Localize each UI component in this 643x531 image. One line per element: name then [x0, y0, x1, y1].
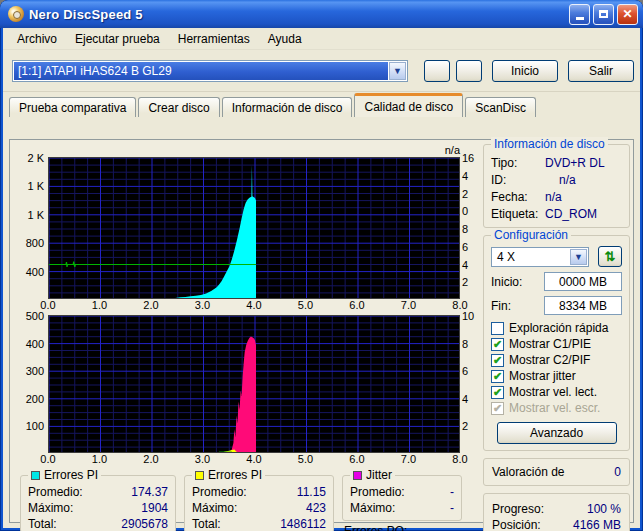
- rating-label: Valoración de: [492, 465, 565, 479]
- checkbox-checked-icon: ✔: [491, 338, 504, 351]
- position-label: Posición:: [492, 517, 541, 531]
- tab-scandisc[interactable]: ScanDisc: [465, 97, 536, 117]
- start-button[interactable]: Inicio: [492, 60, 558, 82]
- checkbox-show-read-speed[interactable]: ✔Mostrar vel. lect.: [491, 384, 622, 400]
- y-tick-label: 8: [462, 338, 468, 350]
- pi-errors-box-2: Errores PI Promedio:11.15 Máximo:423 Tot…: [184, 475, 334, 531]
- y-tick-label: 2 K: [27, 152, 44, 164]
- chevron-down-icon[interactable]: ▼: [570, 249, 587, 265]
- tab-calidad-de-disco[interactable]: Calidad de disco: [354, 93, 463, 117]
- y-tick-label: 8: [462, 223, 468, 235]
- y-tick-label: 16: [462, 152, 474, 164]
- po-errors-row: Errores PO: -: [342, 524, 462, 531]
- x-tick-label: 0.0: [40, 453, 55, 465]
- disc-info-box: Información de disco Tipo:DVD+R DL ID:n/…: [483, 144, 630, 228]
- menu-archivo[interactable]: Archivo: [9, 30, 65, 48]
- x-tick-label: 6.0: [349, 299, 364, 311]
- start-mb-field[interactable]: 0000 MB: [544, 272, 622, 291]
- stat-value: 2905678: [121, 516, 168, 531]
- checkbox-checked-icon: ✔: [491, 370, 504, 383]
- checkbox-show-c1-pie[interactable]: ✔Mostrar C1/PIE: [491, 336, 622, 352]
- stat-value: -: [450, 500, 454, 516]
- close-button[interactable]: ✕: [617, 4, 638, 25]
- stat-label: Total:: [28, 516, 57, 531]
- stat-value: 174.37: [131, 484, 168, 500]
- configuration-title: Configuración: [491, 228, 571, 242]
- info-label: Tipo:: [491, 155, 545, 172]
- progress-box: Progreso:100 % Posición:4166 MB Velocida…: [483, 493, 630, 531]
- y-tick-label: 200: [26, 393, 44, 405]
- checkbox-show-c2-pif[interactable]: ✔Mostrar C2/PIF: [491, 352, 622, 368]
- x-tick-label: 6.0: [349, 453, 364, 465]
- checkbox-checked-icon: ✔: [491, 354, 504, 367]
- x-axis-bottom-chart: 0.01.02.03.04.05.06.07.08.0: [14, 453, 478, 467]
- sidebar: Información de disco Tipo:DVD+R DL ID:n/…: [483, 144, 630, 522]
- drive-selector[interactable]: [1:1] ATAPI iHAS624 B GL29 ▼: [12, 60, 408, 82]
- refresh-button[interactable]: ⇅: [598, 246, 622, 267]
- minimize-icon: [576, 17, 584, 20]
- menu-bar: Archivo Ejecutar prueba Herramientas Ayu…: [3, 28, 640, 50]
- info-label: Fecha:: [491, 189, 545, 206]
- stat-label: Total:: [192, 516, 221, 531]
- toolbar-button-2[interactable]: [456, 60, 482, 82]
- close-icon: ✕: [622, 8, 632, 20]
- stat-label: Máximo:: [192, 500, 237, 516]
- stat-value: -: [450, 484, 454, 500]
- end-mb-field[interactable]: 8334 MB: [544, 296, 622, 315]
- x-tick-label: 4.0: [246, 299, 261, 311]
- y-axis-right-top-chart: 164208642: [460, 157, 478, 299]
- app-window: Nero DiscSpeed 5 ✕ Archivo Ejecutar prue…: [0, 0, 643, 531]
- info-label: Etiqueta:: [491, 206, 545, 223]
- stat-value: 1486112: [280, 516, 326, 531]
- disc-date-value: n/a: [545, 189, 562, 206]
- x-tick-label: 5.0: [298, 299, 313, 311]
- checkbox-checked-icon: ✔: [491, 402, 504, 415]
- window-title: Nero DiscSpeed 5: [29, 7, 566, 22]
- stat-value: 423: [306, 500, 326, 516]
- minimize-button[interactable]: [569, 4, 590, 25]
- title-bar: Nero DiscSpeed 5 ✕: [0, 0, 643, 28]
- checkbox-quick-scan[interactable]: Exploración rápida: [491, 320, 622, 336]
- chevron-down-icon[interactable]: ▼: [389, 62, 406, 80]
- disc-id-value: n/a: [545, 172, 576, 189]
- advanced-button[interactable]: Avanzado: [497, 422, 617, 444]
- x-tick-label: 3.0: [195, 453, 210, 465]
- configuration-box: Configuración 4 X ▼ ⇅ Inicio: 0000 MB Fi…: [483, 235, 630, 451]
- pif-errors-chart: 500400300200100 108642 0.01.02.03.04.05.…: [14, 315, 478, 467]
- y-tick-label: 6: [462, 365, 468, 377]
- checkbox-show-jitter[interactable]: ✔Mostrar jitter: [491, 368, 622, 384]
- menu-ayuda[interactable]: Ayuda: [260, 30, 310, 48]
- window-body: Archivo Ejecutar prueba Herramientas Ayu…: [3, 28, 640, 528]
- cyan-legend-swatch: [31, 471, 40, 480]
- progress-value: 100 %: [587, 501, 621, 517]
- end-field-label: Fin:: [491, 299, 511, 313]
- y-tick-label: 2: [462, 188, 468, 200]
- toolbar-button-1[interactable]: [424, 60, 450, 82]
- exit-button[interactable]: Salir: [568, 60, 634, 82]
- speed-select[interactable]: 4 X ▼: [491, 247, 589, 267]
- info-label: ID:: [491, 172, 545, 189]
- magenta-legend-swatch: [353, 471, 362, 480]
- y-tick-label: 500: [26, 310, 44, 322]
- stat-label: Máximo:: [28, 500, 73, 516]
- tab-prueba-comparativa[interactable]: Prueba comparativa: [9, 97, 136, 117]
- box-title: Errores PI: [44, 468, 98, 482]
- y-tick-label: 1 K: [27, 209, 44, 221]
- y-tick-label: 6: [462, 241, 468, 253]
- disc-label-value: CD_ROM: [545, 206, 597, 223]
- menu-herramientas[interactable]: Herramientas: [170, 30, 258, 48]
- rating-value: 0: [614, 465, 621, 479]
- checkbox-show-write-speed: ✔Mostrar vel. escr.: [491, 400, 622, 416]
- tab-informacion-de-disco[interactable]: Información de disco: [222, 97, 353, 117]
- stat-label: Promedio:: [350, 484, 405, 500]
- jitter-column: Jitter Promedio:- Máximo:- Errores PO: -: [342, 475, 462, 531]
- menu-ejecutar-prueba[interactable]: Ejecutar prueba: [67, 30, 168, 48]
- x-tick-label: 7.0: [401, 453, 416, 465]
- po-errors-label: Errores PO:: [344, 524, 407, 531]
- y-tick-label: 2: [462, 276, 468, 288]
- x-axis-top-chart: 0.01.02.03.04.05.06.07.08.0: [14, 299, 478, 313]
- x-tick-label: 3.0: [195, 299, 210, 311]
- maximize-button[interactable]: [593, 4, 614, 25]
- tab-crear-disco[interactable]: Crear disco: [138, 97, 219, 117]
- x-tick-label: 4.0: [246, 453, 261, 465]
